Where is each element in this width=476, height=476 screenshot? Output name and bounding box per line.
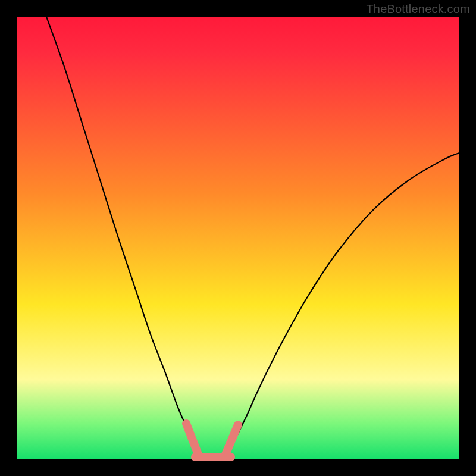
- series-right-branch: [226, 153, 459, 455]
- series-left-branch: [46, 17, 199, 455]
- series-salmon-left-tick: [186, 424, 199, 456]
- curve-layer: [17, 17, 459, 459]
- series-salmon-right-tick: [225, 425, 238, 456]
- watermark-text: TheBottleneck.com: [366, 2, 470, 16]
- outer-frame: TheBottleneck.com: [0, 0, 476, 476]
